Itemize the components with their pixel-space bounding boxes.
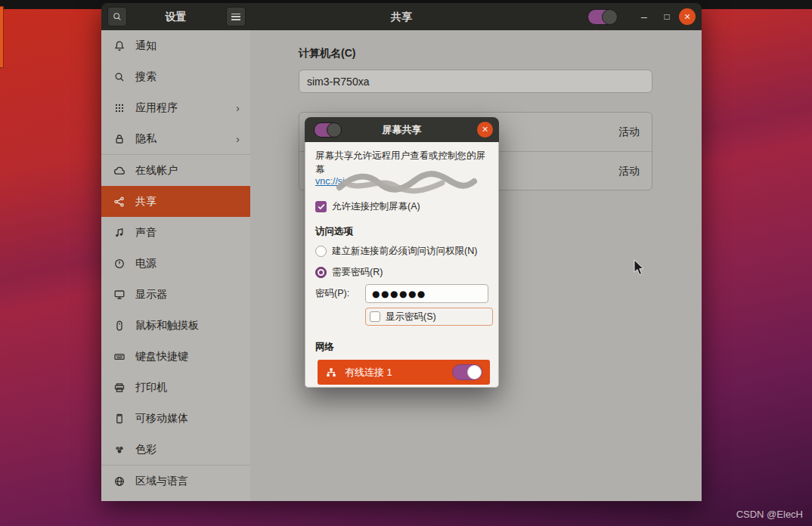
sidebar-label: 应用程序 bbox=[135, 101, 178, 115]
status-badge: 活动 bbox=[618, 165, 640, 178]
keyboard-icon bbox=[113, 351, 126, 363]
password-row: 密码(P): bbox=[315, 284, 488, 303]
checkbox-unchecked-icon[interactable] bbox=[370, 311, 380, 322]
hamburger-menu-icon bbox=[231, 14, 240, 20]
dialog-close-button[interactable]: ✕ bbox=[477, 122, 493, 138]
display-icon bbox=[113, 289, 126, 301]
sidebar-label: 打印机 bbox=[135, 381, 167, 394]
dock-edge-accent bbox=[0, 6, 4, 68]
globe-icon bbox=[113, 475, 126, 487]
dialog-titlebar: 屏幕共享 ✕ bbox=[305, 117, 499, 142]
sidebar-item-printers[interactable]: 打印机 bbox=[101, 372, 250, 403]
close-button[interactable]: ✕ bbox=[679, 8, 696, 25]
sidebar-label: 在线帐户 bbox=[135, 164, 178, 178]
dialog-description: 屏幕共享允许远程用户查看或控制您的屏幕 bbox=[315, 150, 488, 176]
removable-media-icon bbox=[113, 413, 126, 425]
sidebar-item-online-accounts[interactable]: 在线帐户 bbox=[101, 155, 250, 186]
cloud-icon bbox=[113, 165, 126, 177]
sidebar-item-region-language[interactable]: 区域与语言 bbox=[101, 466, 250, 497]
share-icon bbox=[113, 196, 126, 208]
vnc-link[interactable]: vnc://si bbox=[315, 176, 345, 187]
sidebar-item-color[interactable]: 色彩 bbox=[101, 434, 250, 465]
sidebar-item-search[interactable]: 搜索 bbox=[101, 61, 250, 92]
sidebar-label: 通知 bbox=[135, 39, 157, 53]
mouse-cursor bbox=[634, 259, 645, 276]
bell-icon bbox=[113, 40, 126, 52]
radio-password-row[interactable]: 需要密码(R) bbox=[315, 266, 488, 279]
sidebar-item-removable-media[interactable]: 可移动媒体 bbox=[101, 403, 250, 434]
status-badge: 活动 bbox=[618, 125, 640, 139]
access-options-title: 访问选项 bbox=[315, 225, 488, 238]
color-icon bbox=[113, 444, 126, 456]
chevron-right-icon: › bbox=[236, 101, 240, 114]
password-input[interactable] bbox=[365, 284, 488, 303]
sidebar-item-displays[interactable]: 显示器 bbox=[101, 279, 250, 310]
mouse-icon bbox=[113, 320, 126, 332]
sidebar-label: 搜索 bbox=[135, 70, 157, 84]
lock-icon bbox=[113, 133, 126, 145]
wired-connection-toggle[interactable] bbox=[452, 364, 482, 380]
titlebar: 设置 共享 – □ ✕ bbox=[101, 3, 702, 30]
chevron-right-icon: › bbox=[236, 132, 240, 145]
sidebar-item-keyboard-shortcuts[interactable]: 键盘快捷键 bbox=[101, 341, 250, 372]
sidebar-label: 显示器 bbox=[135, 288, 167, 302]
minimize-button[interactable]: – bbox=[633, 3, 655, 30]
sidebar-item-sound[interactable]: 声音 bbox=[101, 217, 250, 248]
network-title: 网络 bbox=[315, 341, 488, 354]
sidebar-item-notifications[interactable]: 通知 bbox=[101, 30, 250, 61]
sharing-master-toggle[interactable] bbox=[587, 9, 618, 25]
wired-connection-label: 有线连接 1 bbox=[345, 366, 392, 379]
sidebar-label: 键盘快捷键 bbox=[135, 350, 188, 364]
checkbox-checked-icon[interactable] bbox=[315, 201, 327, 212]
sidebar: 通知 搜索 应用程序 › 隐私 › 在线帐户 共享 声音 bbox=[101, 30, 250, 501]
sidebar-item-sharing[interactable]: 共享 bbox=[101, 186, 250, 217]
radio-ask-label: 建立新连接前必须询问访问权限(N) bbox=[332, 245, 477, 258]
sidebar-label: 色彩 bbox=[135, 443, 157, 456]
search-icon bbox=[113, 71, 126, 83]
wired-connection-row[interactable]: 有线连接 1 bbox=[318, 360, 490, 385]
sidebar-label: 可移动媒体 bbox=[135, 412, 188, 425]
radio-password-label: 需要密码(R) bbox=[332, 266, 383, 279]
sidebar-item-applications[interactable]: 应用程序 › bbox=[101, 92, 250, 123]
computer-name-input[interactable] bbox=[299, 70, 652, 93]
screen-sharing-toggle[interactable] bbox=[314, 122, 342, 138]
power-icon bbox=[113, 258, 126, 270]
sidebar-item-mouse-touchpad[interactable]: 鼠标和触摸板 bbox=[101, 310, 250, 341]
menu-button[interactable] bbox=[226, 7, 246, 26]
sidebar-label: 电源 bbox=[135, 257, 157, 271]
sidebar-item-privacy[interactable]: 隐私 › bbox=[101, 123, 250, 154]
music-note-icon bbox=[113, 227, 126, 239]
password-label: 密码(P): bbox=[315, 287, 365, 300]
network-hub-icon bbox=[325, 367, 337, 379]
sidebar-label: 区域与语言 bbox=[135, 475, 188, 488]
radio-ask-row[interactable]: 建立新连接前必须询问访问权限(N) bbox=[315, 245, 488, 258]
radio-selected-icon[interactable] bbox=[315, 267, 327, 278]
sidebar-item-power[interactable]: 电源 bbox=[101, 248, 250, 279]
maximize-button[interactable]: □ bbox=[655, 3, 678, 30]
dialog-body: 屏幕共享允许远程用户查看或控制您的屏幕 vnc://si 允许连接控制屏幕(A)… bbox=[305, 142, 499, 388]
show-password-row[interactable]: 显示密码(S) bbox=[365, 308, 493, 326]
sidebar-label: 隐私 bbox=[135, 132, 157, 146]
allow-control-label: 允许连接控制屏幕(A) bbox=[332, 200, 420, 213]
apps-grid-icon bbox=[113, 102, 126, 114]
show-password-label: 显示密码(S) bbox=[386, 311, 436, 323]
vnc-link-line: vnc://si bbox=[315, 176, 488, 191]
page-title: 共享 bbox=[250, 3, 553, 30]
computer-name-label: 计算机名(C) bbox=[299, 47, 355, 60]
radio-unselected-icon[interactable] bbox=[315, 246, 327, 257]
allow-control-row[interactable]: 允许连接控制屏幕(A) bbox=[315, 200, 488, 213]
sidebar-label: 声音 bbox=[135, 226, 157, 240]
printer-icon bbox=[113, 382, 126, 394]
sidebar-label: 共享 bbox=[135, 195, 157, 209]
screen-sharing-dialog: 屏幕共享 ✕ 屏幕共享允许远程用户查看或控制您的屏幕 vnc://si 允许连接… bbox=[305, 117, 499, 388]
csdn-watermark: CSDN @ElecH bbox=[736, 509, 803, 520]
sidebar-label: 鼠标和触摸板 bbox=[135, 319, 199, 333]
